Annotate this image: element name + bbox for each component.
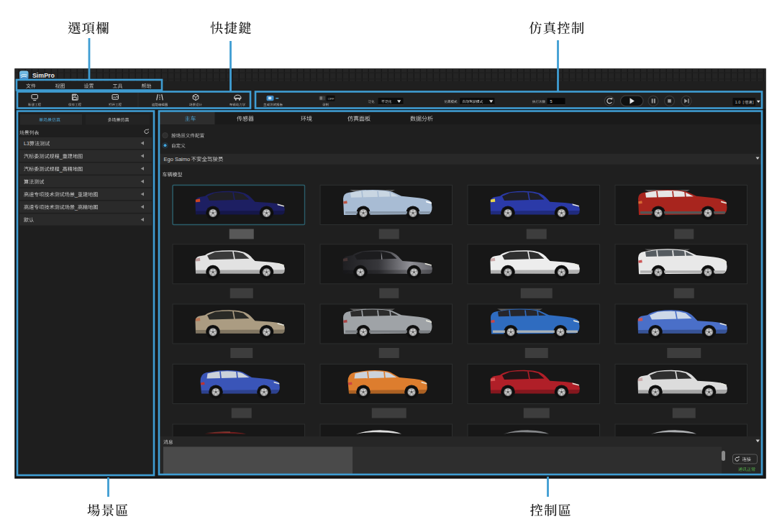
- svg-text:SimPro: SimPro: [32, 72, 55, 79]
- svg-text:OFF: OFF: [328, 97, 335, 101]
- svg-text:5: 5: [550, 99, 553, 104]
- svg-text:1.0: 1.0: [735, 100, 740, 104]
- svg-text:L3: L3: [24, 141, 29, 147]
- svg-text:Ego Saimo: Ego Saimo: [164, 156, 191, 162]
